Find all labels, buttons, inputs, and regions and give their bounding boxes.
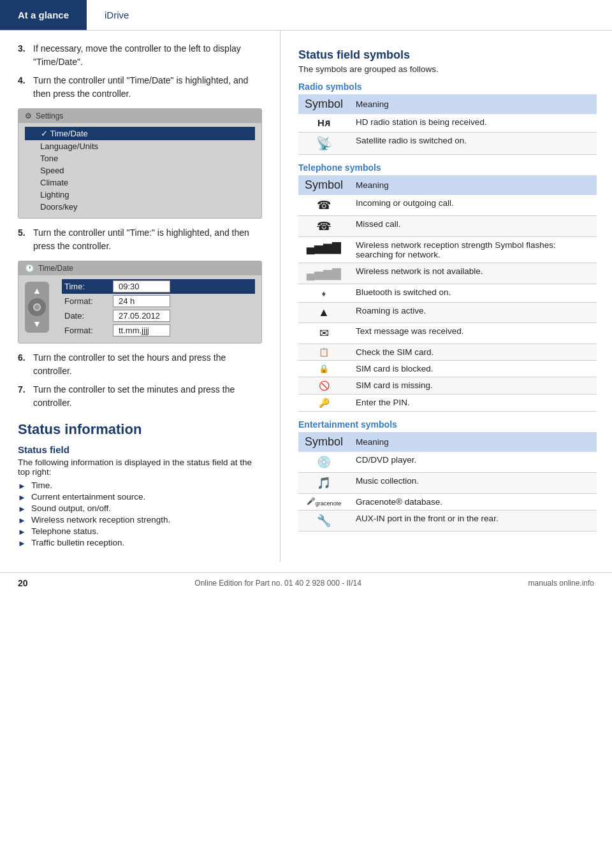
check-sim-meaning: Check the SIM card. bbox=[349, 344, 597, 361]
footer-brand: manuals online.info bbox=[528, 579, 594, 588]
table-row: 🎤gracenote Gracenote® database. bbox=[298, 494, 597, 510]
step-6-num: 6. bbox=[18, 351, 29, 378]
table-row: ✉ Text message was received. bbox=[298, 323, 597, 344]
list-item-entertainment-label: Current entertainment source. bbox=[31, 492, 145, 502]
bullet-arrow-4: ► bbox=[18, 516, 26, 525]
table-row: 🔧 AUX-IN port in the front or in the rea… bbox=[298, 510, 597, 532]
menu-item-language: Language/Units bbox=[25, 140, 255, 152]
list-item-entertainment: ► Current entertainment source. bbox=[18, 492, 262, 502]
bullet-arrow-2: ► bbox=[18, 493, 26, 502]
bluetooth-meaning: Bluetooth is switched on. bbox=[349, 284, 597, 303]
music-collection-symbol: 🎵 bbox=[298, 473, 349, 494]
menu-item-climate: Climate bbox=[25, 177, 255, 189]
settings-label: Settings bbox=[36, 112, 63, 120]
page-number: 20 bbox=[18, 578, 28, 588]
table-row: 💿 CD/DVD player. bbox=[298, 452, 597, 473]
status-field-symbols-heading: Status field symbols bbox=[298, 48, 597, 62]
main-content: 3. If necessary, move the controller to … bbox=[0, 31, 612, 562]
telephone-symbols-table: Symbol Meaning ☎ Incoming or outgoing ca… bbox=[298, 175, 597, 412]
hd-radio-meaning: HD radio station is being received. bbox=[349, 114, 597, 133]
ent-table-meaning-header: Meaning bbox=[349, 432, 597, 452]
telephone-symbols-heading: Telephone symbols bbox=[298, 163, 597, 173]
header: At a glance iDrive bbox=[0, 0, 612, 31]
missed-call-symbol: ☎ bbox=[298, 216, 349, 237]
aux-in-meaning: AUX-IN port in the front or in the rear. bbox=[349, 510, 597, 532]
status-field-intro: The following information is displayed i… bbox=[18, 458, 262, 477]
tab-at-a-glance[interactable]: At a glance bbox=[0, 0, 87, 30]
status-information-heading: Status information bbox=[18, 421, 262, 438]
table-row: ▄▅▆▇ Wireless network is not available. bbox=[298, 263, 597, 284]
phone-call-symbol: ☎ bbox=[298, 195, 349, 216]
step-3-num: 3. bbox=[18, 42, 29, 69]
enter-pin-meaning: Enter the PIN. bbox=[349, 394, 597, 412]
list-item-traffic-label: Traffic bulletin reception. bbox=[31, 538, 124, 547]
menu-item-doors: Doors/key bbox=[25, 201, 255, 213]
form-row-format2: Format: tt.mm.jjjj bbox=[62, 323, 255, 338]
text-message-symbol: ✉ bbox=[298, 323, 349, 344]
menu-item-speed: Speed bbox=[25, 164, 255, 177]
step-4-text: Turn the controller until "Time/Date" is… bbox=[33, 74, 262, 101]
step-4: 4. Turn the controller until "Time/Date"… bbox=[18, 74, 262, 101]
tel-table-meaning-header: Meaning bbox=[349, 175, 597, 195]
no-network-symbol: ▄▅▆▇ bbox=[298, 263, 349, 284]
form-label-format2: Format: bbox=[64, 326, 109, 335]
sim-missing-symbol: 🚫 bbox=[298, 377, 349, 394]
table-row: ☎ Incoming or outgoing call. bbox=[298, 195, 597, 216]
screenshot-settings: ⚙ Settings ✓ Time/Date Language/Units To… bbox=[18, 108, 262, 219]
radio-table-symbol-header: Symbol bbox=[298, 94, 349, 114]
step-4-num: 4. bbox=[18, 74, 29, 101]
tab-idrive[interactable]: iDrive bbox=[87, 0, 147, 30]
step-6: 6. Turn the controller to set the hours … bbox=[18, 351, 262, 378]
form-row-format1: Format: 24 h bbox=[62, 294, 255, 308]
right-column: Status field symbols The symbols are gro… bbox=[280, 31, 612, 562]
footer-copyright: Online Edition for Part no. 01 40 2 928 … bbox=[194, 579, 361, 588]
tel-table-symbol-header: Symbol bbox=[298, 175, 349, 195]
sim-missing-meaning: SIM card is missing. bbox=[349, 377, 597, 394]
list-item-time: ► Time. bbox=[18, 481, 262, 491]
screenshot-time-date: 🕐 Time/Date ▲ ▼ Time: 09:30 bbox=[18, 261, 262, 344]
step-3-text: If necessary, move the controller to the… bbox=[33, 42, 262, 69]
time-date-label: Time/Date bbox=[38, 264, 73, 273]
step-7-text: Turn the controller to set the minutes a… bbox=[33, 383, 262, 410]
status-field-heading: Status field bbox=[18, 444, 262, 455]
form-value-format2: tt.mm.jjjj bbox=[113, 324, 170, 336]
form-label-date: Date: bbox=[64, 311, 109, 321]
left-column: 3. If necessary, move the controller to … bbox=[0, 31, 280, 562]
entertainment-symbols-table: Symbol Meaning 💿 CD/DVD player. 🎵 Music … bbox=[298, 432, 597, 532]
menu-item-time-date: ✓ Time/Date bbox=[25, 127, 255, 140]
bullet-arrow-6: ► bbox=[18, 539, 26, 548]
table-row: ⬧ Bluetooth is switched on. bbox=[298, 284, 597, 303]
table-row: 📡 Satellite radio is switched on. bbox=[298, 133, 597, 155]
bullet-arrow-1: ► bbox=[18, 481, 26, 491]
sim-blocked-meaning: SIM card is blocked. bbox=[349, 361, 597, 377]
screenshot-settings-title: ⚙ Settings bbox=[18, 109, 261, 123]
enter-pin-symbol: 🔑 bbox=[298, 394, 349, 412]
list-item-sound-label: Sound output, on/off. bbox=[31, 503, 111, 513]
list-item-telephone-label: Telephone status. bbox=[31, 526, 99, 536]
gracenote-symbol: 🎤gracenote bbox=[298, 494, 349, 510]
footer: 20 Online Edition for Part no. 01 40 2 9… bbox=[0, 572, 612, 593]
list-item-wireless-label: Wireless network reception strength. bbox=[31, 515, 170, 524]
bullet-arrow-5: ► bbox=[18, 527, 26, 537]
settings-gear-icon: ⚙ bbox=[25, 112, 32, 120]
ent-table-symbol-header: Symbol bbox=[298, 432, 349, 452]
radio-symbols-table: Symbol Meaning Hᴙ HD radio station is be… bbox=[298, 94, 597, 155]
screenshot-time-date-title: 🕐 Time/Date bbox=[18, 261, 261, 275]
step-7-num: 7. bbox=[18, 383, 29, 410]
bullet-arrow-3: ► bbox=[18, 504, 26, 514]
aux-in-symbol: 🔧 bbox=[298, 510, 349, 532]
step-5: 5. Turn the controller until "Time:" is … bbox=[18, 226, 262, 253]
cd-dvd-symbol: 💿 bbox=[298, 452, 349, 473]
list-item-telephone: ► Telephone status. bbox=[18, 526, 262, 537]
step-6-text: Turn the controller to set the hours and… bbox=[33, 351, 262, 378]
table-row: 🚫 SIM card is missing. bbox=[298, 377, 597, 394]
form-row-date: Date: 27.05.2012 bbox=[62, 308, 255, 323]
menu-item-lighting: Lighting bbox=[25, 189, 255, 201]
gracenote-meaning: Gracenote® database. bbox=[349, 494, 597, 510]
time-date-icon: 🕐 bbox=[25, 264, 34, 273]
table-row: 🎵 Music collection. bbox=[298, 473, 597, 494]
bluetooth-symbol: ⬧ bbox=[298, 284, 349, 303]
cd-dvd-meaning: CD/DVD player. bbox=[349, 452, 597, 473]
step-5-text: Turn the controller until "Time:" is hig… bbox=[33, 226, 262, 253]
no-network-meaning: Wireless network is not available. bbox=[349, 263, 597, 284]
